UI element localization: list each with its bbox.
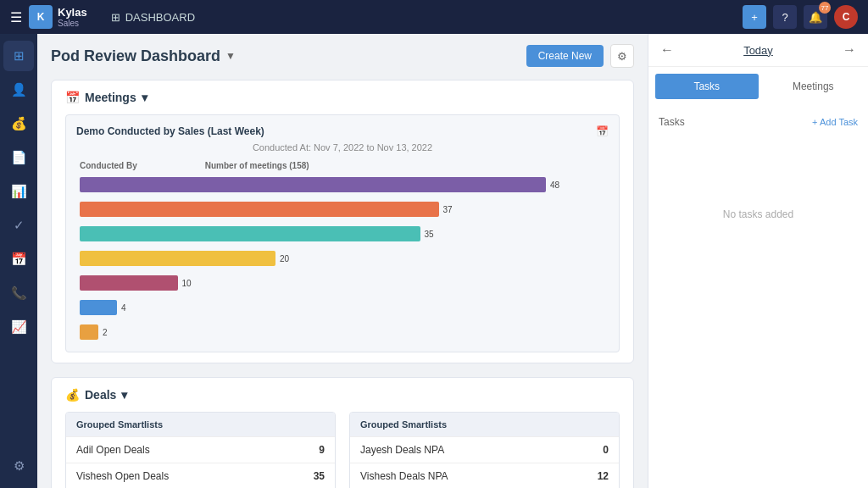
calendar-icon: 📅: [596, 125, 609, 137]
tab-tasks[interactable]: Tasks: [655, 74, 759, 99]
deal-row[interactable]: Jayesh Deals NPA0: [350, 436, 619, 463]
bar-fill: [80, 226, 420, 241]
chart-bar-row: 2: [80, 323, 605, 341]
chart-bar-row: 10: [80, 274, 605, 292]
panel-content: Tasks + Add Task No tasks added: [648, 106, 868, 488]
page-title-text: Pod Review Dashboard: [51, 47, 220, 65]
deals-section: 💰 Deals ▾ Grouped Smartlists Adil Open D…: [51, 377, 634, 488]
bar-fill: [80, 300, 117, 315]
deals-section-header[interactable]: 💰 Deals ▾: [65, 388, 620, 402]
chart-bar-row: 20: [80, 249, 605, 268]
deals-right-table: Grouped Smartlists Jayesh Deals NPA0Vish…: [349, 412, 620, 488]
tasks-label: Tasks: [659, 116, 685, 128]
sidebar-icon-phone[interactable]: 📞: [3, 278, 34, 308]
bar-value-label: 4: [121, 303, 126, 313]
nav-dashboard[interactable]: ⊞ DASHBOARD: [111, 11, 195, 24]
deal-name: Vishesh Deals NPA: [360, 470, 448, 482]
deal-name: Jayesh Deals NPA: [360, 444, 444, 456]
sidebar-icon-chart[interactable]: 📊: [3, 176, 34, 207]
left-sidebar: ⊞ 👤 💰 📄 📊 ✓ 📅 📞 📈 ⚙: [0, 34, 37, 488]
bar-fill: [80, 177, 546, 192]
sidebar-icon-money[interactable]: 💰: [3, 108, 34, 139]
bar-value-label: 10: [182, 279, 192, 288]
deal-row[interactable]: Adil Open Deals9: [66, 436, 335, 463]
right-deals-rows: Jayesh Deals NPA0Vishesh Deals NPA12Makd…: [350, 436, 619, 488]
bar-value-label: 35: [425, 230, 434, 239]
sidebar-icon-check[interactable]: ✓: [3, 210, 34, 241]
logo-icon: K: [29, 5, 53, 29]
meetings-icon: 📅: [65, 91, 80, 104]
meetings-section: 📅 Meetings ▾ Demo Conducted by Sales (La…: [51, 80, 634, 363]
top-navigation: ☰ K Kylas Sales ⊞ DASHBOARD + ? 🔔 77 C: [0, 0, 868, 34]
panel-next-button[interactable]: →: [843, 42, 856, 58]
avatar-btn[interactable]: C: [834, 5, 858, 29]
deals-left-table: Grouped Smartlists Adil Open Deals9Vishe…: [65, 412, 336, 488]
sidebar-icon-person[interactable]: 👤: [3, 75, 34, 105]
right-table-header: Grouped Smartlists: [350, 413, 619, 436]
bar-fill: [80, 202, 439, 217]
page-header: Pod Review Dashboard ▼ Create New ⚙: [51, 44, 634, 68]
chart-bar-row: 37: [80, 200, 605, 219]
bar-value-label: 48: [550, 180, 559, 190]
logo-area: K Kylas Sales: [29, 5, 87, 29]
sidebar-icon-settings[interactable]: ⚙: [3, 451, 34, 481]
left-table-header: Grouped Smartlists: [66, 413, 335, 436]
bar-value-label: 37: [443, 205, 453, 214]
right-panel: ← Today → Tasks Meetings Tasks + Add Tas…: [648, 34, 868, 488]
bar-fill: [80, 251, 275, 266]
content-area: Pod Review Dashboard ▼ Create New ⚙ 📅 Me…: [37, 34, 648, 488]
nav-right: + ? 🔔 77 C: [743, 5, 858, 29]
left-deals-rows: Adil Open Deals9Vishesh Open Deals35Jaye…: [66, 436, 335, 488]
help-icon-btn[interactable]: ?: [773, 5, 797, 29]
x-axis-label: Number of meetings (158): [205, 161, 309, 170]
meetings-section-header[interactable]: 📅 Meetings ▾: [65, 91, 620, 104]
bar-chart: 483735201042: [76, 175, 609, 341]
create-new-button[interactable]: Create New: [526, 45, 604, 67]
settings-gear-button[interactable]: ⚙: [610, 44, 634, 68]
panel-header: ← Today →: [648, 34, 868, 67]
sidebar-icon-graph[interactable]: 📈: [3, 312, 34, 342]
tasks-header: Tasks + Add Task: [659, 116, 858, 128]
dashboard-icon: ⊞: [111, 11, 120, 24]
notif-badge-count: 77: [819, 2, 831, 14]
hamburger-icon[interactable]: ☰: [10, 9, 22, 25]
sidebar-icon-calendar[interactable]: 📅: [3, 244, 34, 274]
deals-arrow: ▾: [121, 388, 127, 402]
deal-row[interactable]: Vishesh Open Deals35: [66, 463, 335, 488]
bar-value-label: 20: [280, 254, 289, 263]
deal-count: 12: [598, 470, 609, 482]
nav-left: ☰ K Kylas Sales ⊞ DASHBOARD: [10, 5, 195, 29]
chart-title-text: Demo Conducted by Sales (Last Week): [76, 125, 264, 137]
chart-axis-labels: Conducted By Number of meetings (158): [76, 161, 609, 170]
notification-btn[interactable]: 🔔 77: [804, 5, 827, 29]
meetings-label: Meetings: [85, 91, 136, 104]
panel-today-label[interactable]: Today: [743, 44, 773, 57]
title-dropdown-arrow[interactable]: ▼: [225, 50, 236, 62]
add-task-button[interactable]: + Add Task: [812, 117, 858, 127]
bar-value-label: 2: [103, 328, 108, 337]
chart-bar-row: 4: [80, 298, 605, 317]
brand-name: Kylas: [58, 6, 87, 19]
page-title: Pod Review Dashboard ▼: [51, 47, 236, 65]
deal-count: 35: [314, 470, 325, 482]
sidebar-icon-document[interactable]: 📄: [3, 142, 34, 173]
deal-name: Vishesh Open Deals: [76, 470, 169, 482]
chart-subtitle: Conducted At: Nov 7, 2022 to Nov 13, 202…: [76, 142, 609, 152]
deal-name: Adil Open Deals: [76, 444, 150, 456]
deals-icon: 💰: [65, 388, 80, 402]
header-actions: Create New ⚙: [526, 44, 634, 68]
tab-meetings[interactable]: Meetings: [762, 70, 865, 103]
brand-text: Kylas Sales: [58, 6, 87, 28]
add-icon-btn[interactable]: +: [743, 5, 766, 29]
deal-count: 9: [319, 444, 325, 456]
y-axis-label: Conducted By: [80, 161, 137, 170]
deal-row[interactable]: Vishesh Deals NPA12: [350, 463, 619, 488]
deals-label: Deals: [85, 388, 116, 402]
chart-bar-row: 35: [80, 225, 605, 243]
panel-prev-button[interactable]: ←: [660, 42, 674, 58]
deals-grid: Grouped Smartlists Adil Open Deals9Vishe…: [65, 412, 620, 488]
chart-bar-row: 48: [80, 175, 605, 194]
main-layout: ⊞ 👤 💰 📄 📊 ✓ 📅 📞 📈 ⚙ Pod Review Dashboard…: [0, 34, 868, 488]
chart-card-title: Demo Conducted by Sales (Last Week) 📅: [76, 125, 609, 137]
sidebar-icon-grid[interactable]: ⊞: [3, 41, 34, 71]
